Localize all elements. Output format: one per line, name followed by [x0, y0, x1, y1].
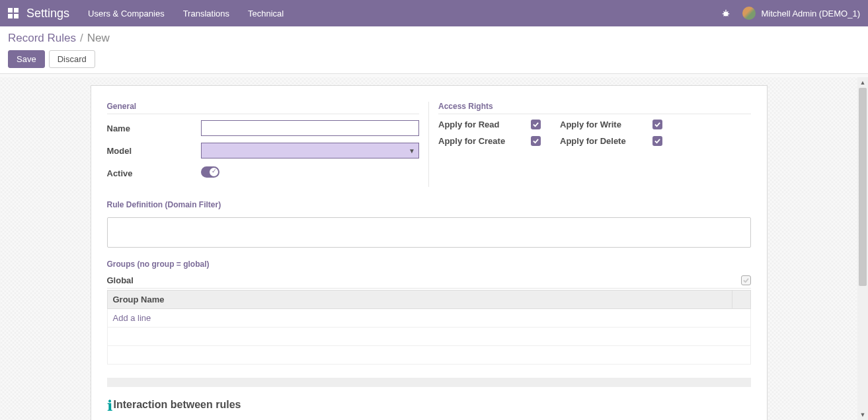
rule-definition-section: Rule Definition (Domain Filter) — [107, 200, 751, 248]
discard-button[interactable]: Discard — [49, 50, 95, 68]
add-line-link[interactable]: Add a line — [113, 313, 151, 323]
user-menu[interactable]: Mitchell Admin (DEMO_1) — [742, 7, 860, 20]
general-section: General Name Model ▼ Active — [107, 102, 430, 187]
apps-icon[interactable] — [8, 8, 19, 18]
menu-technical[interactable]: Technical — [248, 9, 284, 18]
nav-menu: Users & Companies Translations Technical — [88, 9, 284, 18]
section-divider — [107, 378, 751, 387]
model-label: Model — [107, 146, 201, 156]
apply-create-checkbox[interactable] — [531, 136, 541, 146]
apply-create-label: Apply for Create — [438, 136, 531, 146]
domain-editor[interactable] — [107, 217, 751, 248]
group-name-header: Group Name — [107, 291, 732, 309]
table-row — [107, 328, 750, 346]
debug-icon[interactable] — [721, 9, 730, 18]
apply-read-checkbox[interactable] — [531, 120, 541, 129]
brand[interactable]: Settings — [26, 7, 69, 20]
scroll-down-icon[interactable]: ▼ — [857, 409, 868, 420]
global-label: Global — [107, 275, 741, 285]
svg-line-6 — [724, 15, 725, 17]
apply-delete-checkbox[interactable] — [652, 136, 662, 146]
name-input[interactable] — [201, 120, 420, 136]
model-selector[interactable]: ▼ — [201, 143, 420, 158]
breadcrumb-sep: / — [80, 32, 83, 45]
breadcrumb-parent[interactable]: Record Rules — [8, 32, 76, 45]
active-toggle[interactable]: ✓ — [201, 166, 219, 178]
apply-write-checkbox[interactable] — [652, 120, 662, 129]
avatar — [742, 7, 756, 20]
svg-line-5 — [727, 11, 729, 13]
vertical-scrollbar[interactable]: ▲ ▼ — [857, 77, 868, 420]
general-title: General — [107, 102, 420, 114]
groups-title: Groups (no group = global) — [107, 260, 751, 271]
name-label: Name — [107, 123, 201, 133]
access-title: Access Rights — [438, 102, 751, 114]
groups-section: Groups (no group = global) Global Group … — [107, 260, 751, 387]
control-panel: Record Rules / New Save Discard — [0, 26, 868, 74]
apply-write-label: Apply for Write — [560, 120, 652, 129]
svg-line-4 — [724, 11, 725, 13]
menu-translations[interactable]: Translations — [183, 9, 229, 18]
user-name: Mitchell Admin (DEMO_1) — [761, 9, 860, 18]
form-scroll-area[interactable]: General Name Model ▼ Active — [0, 77, 857, 420]
apply-read-label: Apply for Read — [438, 120, 531, 129]
breadcrumb-current: New — [87, 32, 110, 45]
apply-delete-label: Apply for Delete — [560, 136, 652, 146]
model-input[interactable] — [201, 143, 420, 158]
topbar-right: Mitchell Admin (DEMO_1) — [721, 7, 860, 20]
info-heading: Interaction between rules — [114, 399, 241, 411]
active-label: Active — [107, 168, 201, 178]
info-section: ℹ Interaction between rules — [107, 399, 751, 413]
groups-table: Group Name Add a line — [107, 290, 751, 365]
scroll-thumb[interactable] — [859, 88, 867, 286]
info-icon: ℹ — [107, 399, 112, 413]
topbar: Settings Users & Companies Translations … — [0, 0, 868, 26]
action-buttons: Save Discard — [8, 50, 860, 68]
menu-users-companies[interactable]: Users & Companies — [88, 9, 165, 18]
form-sheet: General Name Model ▼ Active — [91, 85, 768, 420]
scroll-up-icon[interactable]: ▲ — [857, 77, 868, 88]
group-actions-header — [732, 291, 750, 309]
table-row — [107, 346, 750, 365]
global-checkbox[interactable] — [741, 275, 751, 285]
svg-line-7 — [727, 15, 729, 17]
save-button[interactable]: Save — [8, 50, 45, 68]
breadcrumb: Record Rules / New — [8, 32, 860, 45]
access-rights-section: Access Rights Apply for Read Apply for W… — [429, 102, 751, 187]
rule-def-title: Rule Definition (Domain Filter) — [107, 200, 751, 212]
